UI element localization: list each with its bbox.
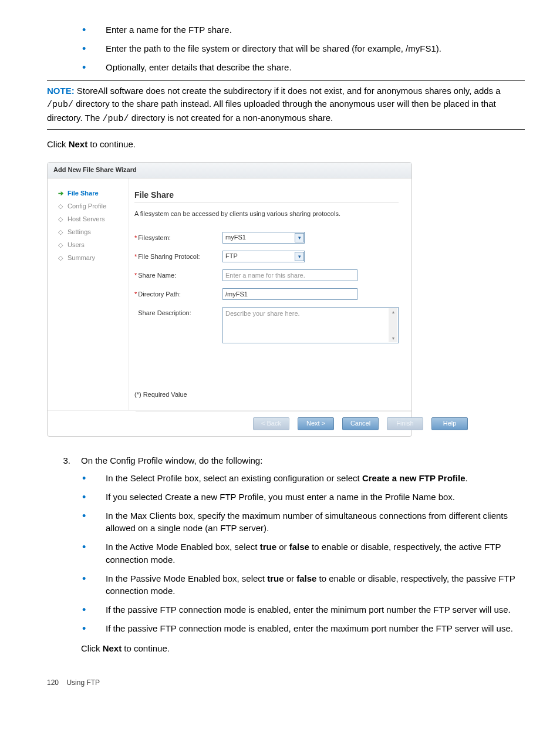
protocol-label: *File Sharing Protocol:: [134, 251, 222, 262]
panel-heading: File Share: [134, 189, 399, 201]
click-next-line: Click Next to continue.: [81, 642, 525, 655]
section-name: Using FTP: [66, 679, 100, 687]
sharename-input[interactable]: Enter a name for this share.: [222, 269, 357, 281]
scrollbar[interactable]: ▴▾: [389, 308, 397, 342]
click-next-line: Click Next to continue.: [47, 138, 525, 151]
list-item: In the Passive Mode Enabled box, select …: [82, 572, 525, 598]
note-text: StoreAll software does not create the su…: [77, 86, 501, 96]
list-item: In the Max Clients box, specify the maxi…: [82, 509, 525, 535]
wizard-nav: ➔ File Share ◇ Config Profile ◇ Host Ser…: [48, 178, 129, 410]
page-footer: 120 Using FTP: [47, 678, 525, 688]
wizard-main: File Share A filesystem can be accessed …: [129, 178, 411, 410]
dirpath-label: *Directory Path:: [134, 288, 222, 299]
sharedesc-label: *Share Description:: [134, 307, 222, 318]
list-item: Enter a name for the FTP share.: [82, 23, 525, 36]
back-button: < Back: [253, 417, 289, 430]
panel-description: A filesystem can be accessed by clients …: [134, 210, 399, 219]
arrow-icon: ➔: [58, 189, 64, 198]
nav-item-file-share[interactable]: ➔ File Share: [58, 189, 122, 198]
step3-bullet-list: In the Select Profile box, select an exi…: [47, 472, 525, 635]
box-icon: ◇: [58, 228, 64, 237]
box-icon: ◇: [58, 215, 64, 224]
list-item: In the Select Profile box, select an exi…: [82, 472, 525, 485]
note-block: NOTE: StoreAll software does not create …: [47, 80, 525, 129]
list-item: Optionally, enter details that describe …: [82, 61, 525, 74]
step-intro: On the Config Profile window, do the fol…: [81, 454, 525, 467]
list-item: If the passive FTP connection mode is en…: [82, 622, 525, 635]
box-icon: ◇: [58, 254, 64, 263]
protocol-select[interactable]: FTP ▾: [222, 251, 305, 262]
help-button[interactable]: Help: [431, 417, 468, 430]
nav-item-settings[interactable]: ◇ Settings: [58, 228, 122, 237]
intro-bullet-list: Enter a name for the FTP share. Enter th…: [47, 23, 525, 73]
list-item: If you selected Create a new FTP Profile…: [82, 491, 525, 504]
filesystem-select[interactable]: myFS1 ▾: [222, 232, 305, 244]
list-item: Enter the path to the file system or dir…: [82, 42, 525, 55]
box-icon: ◇: [58, 241, 64, 250]
step-3: 3. On the Config Profile window, do the …: [47, 454, 525, 467]
wizard-footer: < Back Next > Cancel Finish Help: [136, 411, 411, 436]
next-button[interactable]: Next >: [298, 417, 334, 430]
page-number: 120: [47, 679, 59, 687]
chevron-down-icon: ▾: [295, 252, 304, 261]
list-item: If the passive FTP connection mode is en…: [82, 603, 525, 616]
sharename-label: *Share Name:: [134, 269, 222, 281]
code-text: /pub/: [47, 100, 73, 110]
note-text: directory is not created for a non-anony…: [129, 113, 333, 123]
wizard-dialog: Add New File Share Wizard ➔ File Share ◇…: [47, 162, 412, 437]
cancel-button[interactable]: Cancel: [342, 417, 379, 430]
note-label: NOTE:: [47, 86, 75, 96]
dirpath-input[interactable]: /myFS1: [222, 288, 357, 300]
chevron-down-icon: ▾: [295, 233, 304, 242]
sharedesc-textarea[interactable]: Describe your share here. ▴▾: [222, 307, 399, 343]
code-text: /pub/: [102, 114, 129, 124]
nav-item-summary[interactable]: ◇ Summary: [58, 254, 122, 263]
finish-button: Finish: [387, 417, 423, 430]
required-note: (*) Required Value: [134, 390, 399, 404]
box-icon: ◇: [58, 202, 64, 211]
list-item: In the Active Mode Enabled box, select t…: [82, 541, 525, 566]
filesystem-label: *Filesystem:: [134, 232, 222, 243]
wizard-title: Add New File Share Wizard: [48, 163, 411, 178]
nav-item-config-profile[interactable]: ◇ Config Profile: [58, 202, 122, 211]
nav-item-users[interactable]: ◇ Users: [58, 241, 122, 250]
nav-item-host-servers[interactable]: ◇ Host Servers: [58, 215, 122, 224]
step-number: 3.: [47, 454, 81, 467]
